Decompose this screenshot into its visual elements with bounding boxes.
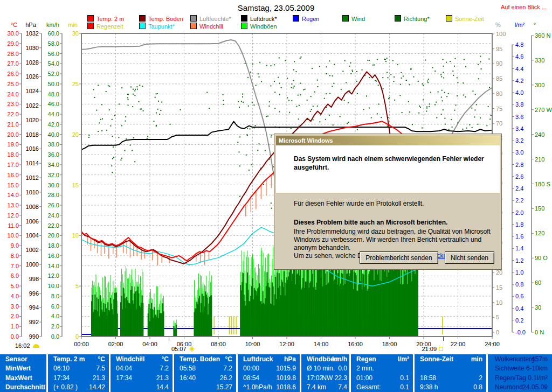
sunset-time: 21:09 — [420, 346, 443, 352]
cell-label: Regen/Tag — [495, 374, 526, 383]
table-row: MinWert — [0, 364, 45, 373]
svg-text:18.0: 18.0 — [8, 151, 19, 158]
cell-label: 9:38 h — [420, 383, 438, 392]
cell-label: Temp. 2 m — [53, 355, 85, 364]
dialog-protocol-line: Für diesen Fehler wurde ein Protokoll er… — [294, 200, 491, 207]
svg-text:34.0: 34.0 — [48, 162, 59, 168]
table-row: 06:107.5 — [48, 364, 107, 373]
svg-text:2.8: 2.8 — [515, 162, 523, 168]
cell-value: 14.42 — [89, 383, 105, 392]
send-report-button[interactable]: Problembericht senden — [360, 251, 438, 264]
cell-value: °C — [225, 355, 232, 364]
cell-value: 14.4 — [156, 383, 169, 392]
dialog-title-bar[interactable]: Microsoft Windows — [276, 136, 500, 145]
cell-value: l/m² — [398, 355, 409, 364]
dialog-headline-area: Das System wird nach einem schwerwiegend… — [276, 145, 500, 193]
svg-text:48.0: 48.0 — [48, 91, 59, 97]
svg-text:4.6: 4.6 — [515, 53, 523, 60]
table-row: MaxWert — [0, 374, 45, 383]
svg-text:3.0: 3.0 — [11, 303, 19, 310]
svg-text:2.2: 2.2 — [515, 197, 523, 204]
svg-text:3.4: 3.4 — [515, 125, 523, 132]
svg-text:10:00: 10:00 — [245, 341, 260, 347]
cell-label: (+ 0.82 ) — [53, 383, 78, 392]
svg-text:9.0: 9.0 — [11, 242, 19, 249]
svg-text:20: 20 — [72, 131, 79, 138]
svg-text:14.0: 14.0 — [8, 192, 19, 198]
svg-text:30.0: 30.0 — [8, 30, 19, 37]
svg-text:-0.0: -0.0 — [515, 329, 526, 335]
svg-text:8.0: 8.0 — [51, 293, 59, 299]
svg-text:7.0: 7.0 — [11, 263, 19, 269]
cell-label: MinWert — [5, 364, 31, 373]
cell-label: Windchill — [116, 355, 144, 364]
svg-text:22.0: 22.0 — [8, 111, 19, 117]
svg-text:1032: 1032 — [26, 30, 39, 37]
svg-text:15.0: 15.0 — [8, 182, 19, 188]
svg-text:80: 80 — [496, 90, 502, 97]
svg-text:2.0: 2.0 — [51, 323, 59, 330]
svg-text:992: 992 — [29, 319, 39, 325]
svg-text:1014: 1014 — [26, 160, 39, 166]
table-row: ^1.0hPa/h1018.6 — [238, 383, 298, 392]
cell-label: Sichtweite — [495, 364, 525, 373]
svg-text:100: 100 — [496, 31, 506, 37]
svg-text:1000: 1000 — [26, 261, 39, 268]
svg-text:10.0: 10.0 — [8, 232, 19, 239]
svg-text:360 N: 360 N — [535, 32, 550, 39]
cell-value: min — [471, 355, 482, 364]
table-row: Ø 10 min.0.0 — [301, 364, 349, 373]
svg-text:0.6: 0.6 — [515, 293, 523, 299]
svg-text:04:00: 04:00 — [142, 341, 157, 347]
table-row: Sonne-Zeitmin — [415, 355, 485, 364]
svg-text:16.0: 16.0 — [8, 172, 19, 178]
cell-label: 17:34 — [116, 374, 132, 383]
cell-value: 0.8 — [473, 383, 482, 392]
svg-text:5: 5 — [75, 283, 79, 289]
table-row: Temp. Boden°C — [174, 355, 234, 364]
svg-text:1002: 1002 — [26, 247, 39, 253]
svg-text:120: 120 — [535, 230, 544, 236]
svg-text:0.4: 0.4 — [515, 305, 523, 312]
svg-text:85: 85 — [496, 75, 502, 82]
svg-text:1012: 1012 — [26, 174, 39, 181]
svg-text:54.0: 54.0 — [48, 60, 59, 67]
svg-text:300: 300 — [535, 82, 544, 88]
svg-text:km/h: km/h — [46, 22, 59, 28]
table-row: Gesamt:0.1 — [351, 383, 411, 392]
svg-text:90: 90 — [496, 60, 502, 67]
svg-text:25: 25 — [72, 81, 79, 87]
svg-text:90 O: 90 O — [535, 255, 548, 261]
svg-text:5.0: 5.0 — [11, 283, 19, 289]
column-windb-en: Windböenkm/hØ 10 min.0.017:02NW 22.37.4 … — [301, 354, 349, 392]
cell-label: Wolkenunterg — [495, 355, 535, 364]
svg-text:28.0: 28.0 — [8, 51, 19, 57]
table-row: 17:02NW 22.3 — [301, 374, 349, 383]
cell-value: 7.2 — [160, 364, 169, 373]
cell-label: ^1.0hPa/h — [243, 383, 272, 392]
sun-icon — [189, 346, 195, 352]
dont-send-button[interactable]: Nicht senden — [445, 251, 494, 264]
cell-label: Temp. Boden — [180, 355, 220, 364]
table-row: LuftdruckhPa — [238, 355, 298, 364]
svg-text:1.2: 1.2 — [515, 257, 523, 264]
svg-text:10.0: 10.0 — [48, 283, 59, 289]
cell-label: 7.4 km — [307, 383, 326, 392]
svg-text:75: 75 — [496, 106, 502, 112]
column-luftdruck: LuftdruckhPa00:001015.908:541019.8^1.0hP… — [238, 354, 298, 392]
svg-text:996: 996 — [29, 290, 39, 297]
cell-value: 7.5 — [96, 364, 105, 373]
table-separator — [486, 354, 488, 392]
svg-text:70: 70 — [496, 120, 502, 127]
svg-text:52.0: 52.0 — [48, 71, 59, 77]
cell-value: 457m — [532, 355, 548, 364]
svg-text:25.0: 25.0 — [8, 81, 19, 87]
dialog-headline: Das System wird nach einem schwerwiegend… — [294, 155, 493, 172]
svg-text:1.8: 1.8 — [515, 221, 523, 228]
svg-text:16:00: 16:00 — [348, 341, 363, 347]
svg-text:32.0: 32.0 — [48, 172, 59, 178]
cell-value: 0.1l/m² — [528, 374, 548, 383]
svg-text:12.0: 12.0 — [8, 212, 19, 219]
dialog-report-heading: Dieses Problem bitte auch an Microsoft b… — [294, 219, 491, 226]
table-row: Windchill°C — [111, 355, 171, 364]
